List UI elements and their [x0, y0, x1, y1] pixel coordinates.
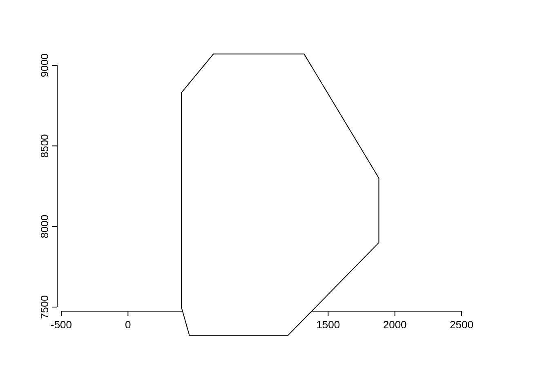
y-tick-label: 7500	[38, 295, 51, 319]
y-tick-label: 9000	[38, 53, 51, 77]
boundary-polygon	[181, 54, 379, 335]
y-tick-label: 8500	[38, 134, 51, 158]
plot-svg: -500050010001500200025007500800085009000	[0, 0, 549, 392]
x-tick-label: -500	[51, 318, 72, 331]
y-tick-label: 8000	[38, 215, 51, 238]
plot-container: -500050010001500200025007500800085009000	[0, 0, 549, 392]
x-tick-label: 1500	[316, 318, 340, 331]
x-tick-label: 2000	[383, 318, 407, 331]
x-tick-label: 0	[125, 318, 131, 331]
x-tick-label: 2500	[450, 318, 473, 331]
